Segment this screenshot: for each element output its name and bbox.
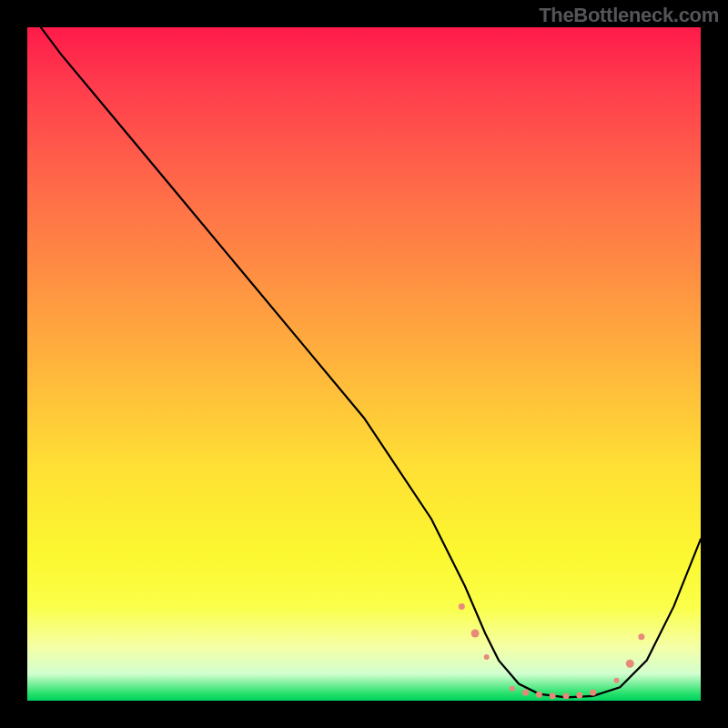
bottleneck-curve bbox=[27, 27, 701, 697]
highlight-dot bbox=[576, 693, 582, 699]
highlight-dot bbox=[590, 690, 596, 696]
highlight-dot bbox=[563, 693, 570, 699]
plot-area bbox=[27, 27, 701, 701]
curve-svg bbox=[27, 27, 701, 701]
chart-frame: TheBottleneck.com bbox=[0, 0, 728, 728]
highlight-dot bbox=[459, 603, 465, 610]
highlight-dot bbox=[536, 692, 542, 698]
highlight-dots-group bbox=[459, 603, 645, 699]
highlight-dot bbox=[550, 693, 556, 699]
highlight-dot bbox=[471, 630, 480, 638]
highlight-dot bbox=[638, 633, 644, 640]
attribution-text: TheBottleneck.com bbox=[539, 4, 719, 27]
highlight-dot bbox=[614, 678, 620, 683]
highlight-dot bbox=[626, 660, 634, 668]
highlight-dot bbox=[510, 686, 515, 692]
highlight-dot bbox=[522, 690, 529, 696]
highlight-dot bbox=[484, 654, 490, 660]
